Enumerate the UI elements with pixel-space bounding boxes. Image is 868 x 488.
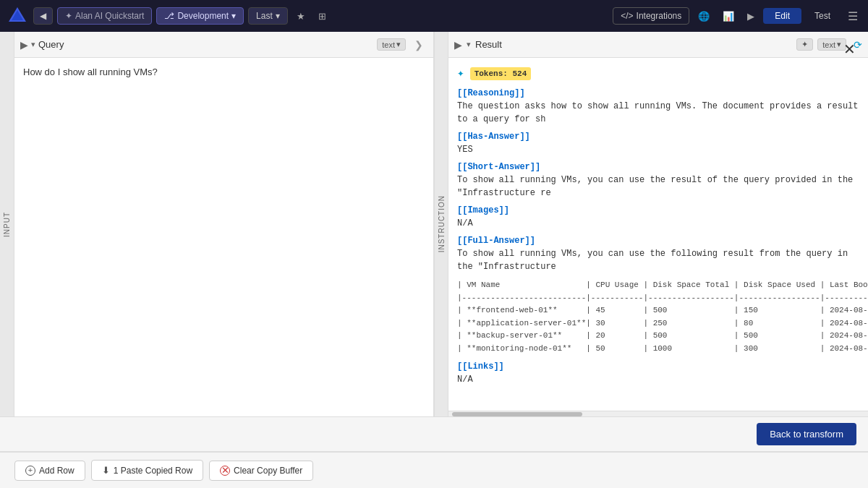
short-answer-value: To show all running VMs, you can use the… xyxy=(457,174,859,200)
paste-icon: ⬇ xyxy=(102,465,110,476)
env-chevron-icon: ▾ xyxy=(231,11,236,21)
result-add-icon: ✦ xyxy=(801,40,808,49)
scrollbar-thumb[interactable] xyxy=(452,412,582,416)
nav-grid-button[interactable]: ⊞ xyxy=(314,8,331,25)
input-type-label: text xyxy=(382,40,395,49)
back-to-transform-button[interactable]: Back to transform xyxy=(757,423,856,445)
chart-icon: 📊 xyxy=(723,11,734,22)
globe-button[interactable]: 🌐 xyxy=(694,8,714,25)
input-panel-header: ▶ ▾ Query text ▾ ❯ xyxy=(14,32,433,58)
plus-icon: + xyxy=(25,466,35,476)
test-button[interactable]: Test xyxy=(806,8,839,24)
links-value: N/A xyxy=(457,373,859,386)
table-row-3: | **backup-server-01** | 20 | 500 | 500 … xyxy=(457,330,859,343)
result-panel-title: Result xyxy=(475,39,502,50)
chart-button[interactable]: 📊 xyxy=(718,8,739,25)
input-sidebar: Input xyxy=(0,32,14,416)
play-button[interactable]: ▶ xyxy=(743,8,759,25)
env-label: Development xyxy=(177,11,229,21)
add-row-button[interactable]: + Add Row xyxy=(14,461,85,481)
input-main: ▶ ▾ Query text ▾ ❯ How do I show all run… xyxy=(14,32,434,416)
back-icon: ◀ xyxy=(40,11,46,21)
top-nav: ◀ ✦ Alan AI Quickstart ⎇ Development ▾ L… xyxy=(0,0,868,32)
x-circle-icon: ✕ xyxy=(220,466,230,476)
short-answer-label: [[Short-Answer]] xyxy=(457,160,859,174)
horizontal-scrollbar[interactable] xyxy=(448,411,868,416)
transform-bar: Back to transform xyxy=(0,416,868,452)
hamburger-icon: ☰ xyxy=(848,10,858,22)
close-icon: ✕ xyxy=(843,40,856,58)
modal-close-button[interactable]: ✕ xyxy=(839,39,859,59)
back-transform-label: Back to transform xyxy=(770,429,843,440)
modal-footer: + Add Row ⬇ 1 Paste Copied Row ✕ Clear C… xyxy=(0,452,868,488)
input-panel-title: Query xyxy=(38,39,64,50)
modal-content: Input ▶ ▾ Query text ▾ ❯ xyxy=(0,32,868,416)
add-row-label: Add Row xyxy=(39,466,75,476)
result-type-label: text xyxy=(822,40,835,49)
edit-label: Edit xyxy=(775,11,790,21)
play-icon: ▶ xyxy=(747,11,754,22)
full-answer-value: To show all running VMs, you can use the… xyxy=(457,247,859,273)
modal-overlay: ✕ Input ▶ ▾ Query text xyxy=(0,32,868,488)
tokens-badge: Tokens: 524 xyxy=(470,67,532,81)
instruction-divider: Instruction xyxy=(434,32,448,416)
table-row-1: | **frontend-web-01** | 45 | 500 | 150 |… xyxy=(457,304,859,317)
code-icon: </> xyxy=(621,11,633,21)
input-type-chevron: ▾ xyxy=(396,40,401,49)
result-expand-icon[interactable]: ▶ xyxy=(454,39,462,51)
project-selector[interactable]: ✦ Alan AI Quickstart xyxy=(57,7,152,25)
reasoning-value: The question asks how to show all runnin… xyxy=(457,100,859,126)
input-panel: Input ▶ ▾ Query text ▾ ❯ xyxy=(0,32,434,416)
input-expand-icon[interactable]: ▶ xyxy=(20,39,28,51)
env-selector[interactable]: ⎇ Development ▾ xyxy=(156,7,244,25)
input-content: How do I show all running VMs? xyxy=(23,67,158,77)
table-header: | VM Name | CPU Usage | Disk Space Total… xyxy=(457,279,859,292)
clear-buffer-label: Clear Copy Buffer xyxy=(234,466,302,476)
has-answer-label: [[Has-Answer]] xyxy=(457,130,859,143)
back-button[interactable]: ◀ xyxy=(33,7,53,25)
links-label: [[Links]] xyxy=(457,360,859,373)
result-chevron-icon[interactable]: ▾ xyxy=(467,40,471,49)
result-panel: ▶ ▾ Result ✦ text ▾ ⟳ ✦ To xyxy=(448,32,868,416)
full-answer-label: [[Full-Answer]] xyxy=(457,234,859,247)
last-chevron-icon: ▾ xyxy=(276,11,280,21)
input-sidebar-label: Input xyxy=(3,212,11,237)
footer-actions: + Add Row ⬇ 1 Paste Copied Row ✕ Clear C… xyxy=(14,460,313,481)
result-type-badge[interactable]: ✦ xyxy=(796,38,813,51)
input-type-badge[interactable]: text ▾ xyxy=(377,38,406,51)
result-panel-header: ▶ ▾ Result ✦ text ▾ ⟳ xyxy=(448,32,868,58)
globe-icon: 🌐 xyxy=(698,11,710,22)
branch-icon: ⎇ xyxy=(164,11,174,21)
test-label: Test xyxy=(814,11,830,21)
integrations-label: Integrations xyxy=(637,11,682,21)
images-value: N/A xyxy=(457,217,859,230)
project-label: Alan AI Quickstart xyxy=(75,11,144,21)
table-container: | VM Name | CPU Usage | Disk Space Total… xyxy=(457,279,859,356)
input-nav-arrow[interactable]: ❯ xyxy=(410,38,427,52)
instruction-label: Instruction xyxy=(438,195,446,252)
modal: ✕ Input ▶ ▾ Query text xyxy=(0,32,868,488)
result-star-icon[interactable]: ✦ xyxy=(457,65,464,82)
input-text-area[interactable]: How do I show all running VMs? xyxy=(14,58,433,416)
integrations-button[interactable]: </> Integrations xyxy=(613,7,689,25)
images-label: [[Images]] xyxy=(457,204,859,217)
paste-row-label: 1 Paste Copied Row xyxy=(114,466,192,476)
clear-buffer-button[interactable]: ✕ Clear Copy Buffer xyxy=(209,461,313,481)
result-content[interactable]: ✦ Tokens: 524 [[Reasoning]] The question… xyxy=(448,58,868,411)
menu-button[interactable]: ☰ xyxy=(843,7,862,26)
has-answer-value: YES xyxy=(457,143,859,156)
table-separator: |--------------------------|-----------|… xyxy=(457,292,859,305)
last-selector[interactable]: Last ▾ xyxy=(248,7,288,25)
logo xyxy=(6,4,29,27)
paste-row-button[interactable]: ⬇ 1 Paste Copied Row xyxy=(91,460,203,481)
input-chevron-icon[interactable]: ▾ xyxy=(31,40,35,49)
grid-icon: ⊞ xyxy=(318,11,326,22)
table-row-2: | **application-server-01**| 30 | 250 | … xyxy=(457,317,859,330)
reasoning-label: [[Reasoning]] xyxy=(457,87,859,100)
nav-star-button[interactable]: ★ xyxy=(292,8,310,25)
last-label: Last xyxy=(256,11,273,21)
table-row-4: | **monitoring-node-01** | 50 | 1000 | 3… xyxy=(457,343,859,356)
star-icon: ★ xyxy=(297,11,305,22)
project-icon: ✦ xyxy=(65,11,72,21)
edit-button[interactable]: Edit xyxy=(763,8,801,24)
